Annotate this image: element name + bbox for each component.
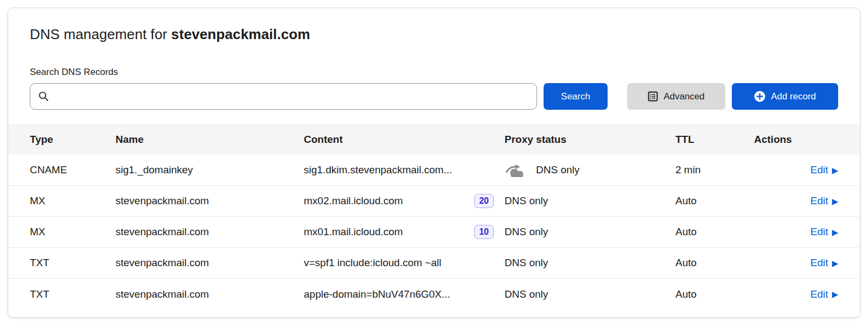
play-triangle-icon: ▶ — [832, 290, 838, 298]
play-triangle-icon: ▶ — [832, 228, 838, 236]
advanced-button-label: Advanced — [663, 91, 705, 102]
plus-circle-icon — [754, 91, 765, 102]
record-actions-cell: Edit▶ — [754, 164, 838, 176]
column-header-content: Content — [304, 134, 505, 146]
cloud-arrow-icon — [505, 162, 527, 178]
play-triangle-icon: ▶ — [832, 197, 838, 205]
proxy-status-cell: DNS only — [505, 288, 675, 300]
record-actions-cell: Edit▶ — [754, 257, 838, 269]
search-button[interactable]: Search — [544, 83, 608, 110]
record-ttl: Auto — [675, 257, 754, 269]
record-content: apple-domain=bNuV47n6G0X... — [304, 288, 450, 300]
column-header-name: Name — [116, 134, 304, 146]
record-content: mx02.mail.icloud.com — [304, 195, 403, 207]
record-name: stevenpackmail.com — [116, 288, 304, 300]
search-input-wrapper[interactable] — [30, 83, 537, 110]
table-row: MX stevenpackmail.com mx02.mail.icloud.c… — [8, 186, 860, 217]
table-header-row: Type Name Content Proxy status TTL Actio… — [8, 124, 860, 155]
page-title-domain: stevenpackmail.com — [171, 26, 310, 42]
edit-link-label: Edit — [810, 257, 828, 269]
column-header-actions: Actions — [754, 134, 838, 146]
table-row: TXT stevenpackmail.com apple-domain=bNuV… — [8, 279, 860, 310]
record-actions-cell: Edit▶ — [754, 195, 838, 207]
record-type: MX — [30, 195, 116, 207]
record-name: stevenpackmail.com — [116, 195, 304, 207]
toolbar: Search Advanced Add record — [8, 83, 860, 110]
record-ttl: 2 min — [675, 164, 754, 176]
edit-link-label: Edit — [810, 195, 828, 207]
dns-table-body: CNAME sig1._domainkey sig1.dkim.stevenpa… — [8, 155, 860, 310]
dns-management-card: DNS management for stevenpackmail.com Se… — [8, 8, 860, 318]
edit-link[interactable]: Edit▶ — [810, 226, 838, 238]
proxy-status-label: DNS only — [505, 195, 548, 207]
edit-link[interactable]: Edit▶ — [810, 164, 838, 176]
record-type: MX — [30, 226, 116, 238]
record-ttl: Auto — [675, 226, 754, 238]
proxy-status-cell: DNS only — [505, 257, 675, 269]
play-triangle-icon: ▶ — [832, 166, 838, 174]
record-type: TXT — [30, 288, 116, 300]
column-header-ttl: TTL — [675, 134, 754, 146]
table-row: CNAME sig1._domainkey sig1.dkim.stevenpa… — [8, 155, 860, 186]
record-name: stevenpackmail.com — [116, 226, 304, 238]
record-ttl: Auto — [675, 195, 754, 207]
edit-link-label: Edit — [810, 226, 828, 238]
proxy-status-cell: DNS only — [505, 195, 675, 207]
table-row: MX stevenpackmail.com mx01.mail.icloud.c… — [8, 217, 860, 248]
record-content: v=spf1 include:icloud.com ~all — [304, 257, 441, 269]
proxy-status-label: DNS only — [505, 288, 548, 300]
add-record-button[interactable]: Add record — [732, 83, 838, 110]
record-content: sig1.dkim.stevenpackmail.com... — [304, 164, 452, 176]
edit-link[interactable]: Edit▶ — [810, 288, 838, 300]
proxy-status-label: DNS only — [536, 164, 579, 176]
play-triangle-icon: ▶ — [832, 259, 838, 267]
proxy-status-cell: DNS only — [505, 226, 675, 238]
record-content-cell: v=spf1 include:icloud.com ~all — [304, 257, 505, 269]
record-content-cell: sig1.dkim.stevenpackmail.com... — [304, 164, 505, 176]
page-title: DNS management for stevenpackmail.com — [8, 8, 860, 43]
list-box-icon — [648, 91, 658, 102]
priority-badge: 10 — [474, 225, 494, 240]
edit-link-label: Edit — [810, 288, 828, 300]
table-row: TXT stevenpackmail.com v=spf1 include:ic… — [8, 248, 860, 279]
page-title-prefix: DNS management for — [30, 26, 171, 42]
edit-link-label: Edit — [810, 164, 828, 176]
record-actions-cell: Edit▶ — [754, 288, 838, 300]
record-name: sig1._domainkey — [116, 164, 304, 176]
record-content-cell: apple-domain=bNuV47n6G0X... — [304, 288, 505, 300]
record-type: TXT — [30, 257, 116, 269]
proxy-status-label: DNS only — [505, 257, 548, 269]
column-header-proxy-status: Proxy status — [505, 134, 675, 146]
advanced-button[interactable]: Advanced — [627, 83, 725, 110]
dns-records-table: Type Name Content Proxy status TTL Actio… — [8, 124, 860, 310]
record-actions-cell: Edit▶ — [754, 226, 838, 238]
edit-link[interactable]: Edit▶ — [810, 257, 838, 269]
record-type: CNAME — [30, 164, 116, 176]
search-label: Search DNS Records — [8, 43, 860, 83]
record-content-cell: mx01.mail.icloud.com 10 — [304, 225, 505, 240]
proxy-status-cell: DNS only — [505, 162, 675, 178]
record-name: stevenpackmail.com — [116, 257, 304, 269]
record-content-cell: mx02.mail.icloud.com 20 — [304, 194, 505, 209]
record-content: mx01.mail.icloud.com — [304, 226, 403, 238]
proxy-status-label: DNS only — [505, 226, 548, 238]
search-input[interactable] — [55, 84, 529, 109]
record-ttl: Auto — [675, 288, 754, 300]
column-header-type: Type — [30, 134, 116, 146]
edit-link[interactable]: Edit▶ — [810, 195, 838, 207]
priority-badge: 20 — [474, 194, 494, 209]
magnifier-icon — [38, 91, 49, 102]
add-record-button-label: Add record — [771, 91, 816, 102]
